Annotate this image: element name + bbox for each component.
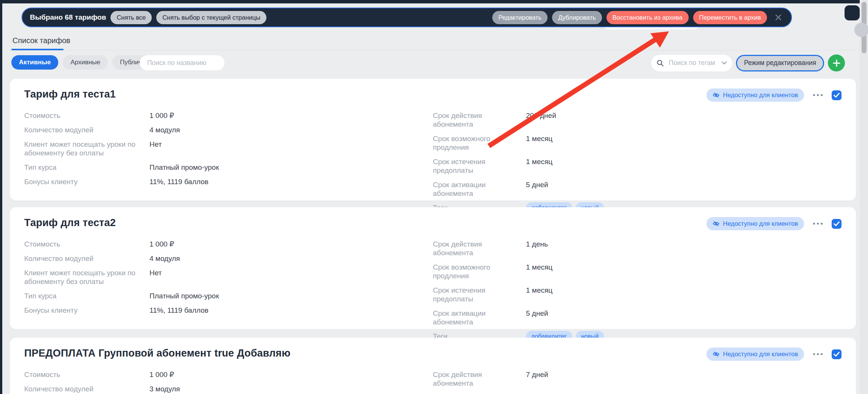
- field-row: Стоимость1 000 ₽: [24, 370, 433, 379]
- field-row: Срок действия абонемента7 дней: [433, 370, 842, 388]
- close-icon[interactable]: [773, 12, 784, 23]
- check-icon: [834, 221, 840, 226]
- background-dark-button: [845, 5, 860, 20]
- selection-toolbar: Выбрано 68 тарифов Снять все Снять выбор…: [22, 8, 792, 27]
- field-row: Количество модулей4 модуля: [24, 126, 433, 134]
- tariff-list-page: Выбрано 68 тарифов Снять все Снять выбор…: [0, 0, 868, 394]
- field-row: Клиент может посещать уроки по абонемент…: [24, 140, 433, 157]
- field-row: Срок истечения предоплаты1 месяц: [433, 157, 842, 175]
- eye-off-icon: [712, 220, 720, 227]
- field-row: Срок возможного продления1 месяц: [433, 263, 842, 280]
- field-row: Срок возможного продления1 месяц: [433, 134, 842, 152]
- eye-off-icon: [712, 92, 720, 99]
- field-row: Срок истечения предоплаты1 месяц: [433, 286, 842, 303]
- deselect-current-page-button[interactable]: Снять выбор с текущей страницы: [156, 11, 266, 24]
- tariff-title: ПРЕДОПЛАТА Групповой абонемент true Доба…: [24, 347, 291, 360]
- active-tab-underline: [11, 49, 64, 50]
- selection-count-label: Выбрано 68 тарифов: [30, 13, 106, 22]
- filter-archived[interactable]: Архивные: [63, 55, 108, 70]
- deselect-all-button[interactable]: Снять все: [110, 11, 152, 24]
- add-tariff-button[interactable]: [828, 54, 845, 71]
- card-menu-button[interactable]: [812, 221, 824, 226]
- tab-tariff-list[interactable]: Список тарифов: [12, 36, 70, 45]
- edit-mode-button[interactable]: Режим редактирования: [736, 55, 824, 71]
- search-by-tags-input[interactable]: [668, 59, 718, 67]
- search-by-name-input[interactable]: [140, 55, 224, 70]
- tariff-card: Тариф для теста1 Недоступно для клиентов…: [10, 79, 856, 200]
- field-row: Тип курсаПлатный промо-урок: [24, 163, 433, 172]
- check-icon: [834, 352, 840, 357]
- plus-icon: [832, 59, 841, 67]
- status-filter-group: Активные Архивные Публичные: [11, 55, 161, 70]
- field-row: Количество модулей4 модуля: [24, 254, 433, 263]
- restore-from-archive-button[interactable]: Восстановить из архива: [607, 11, 689, 24]
- unavailable-badge: Недоступно для клиентов: [706, 88, 804, 102]
- field-row: Бонусы клиенту11%, 1119 баллов: [24, 306, 433, 315]
- eye-off-icon: [712, 351, 720, 358]
- card-menu-button[interactable]: [812, 93, 824, 98]
- field-row: Срок активации абонемента5 дней: [433, 180, 842, 198]
- field-row: Срок действия абонемента200 дней: [433, 111, 842, 129]
- tariff-title: Тариф для теста1: [24, 88, 116, 101]
- unavailable-badge: Недоступно для клиентов: [706, 217, 804, 230]
- tariff-title: Тариф для теста2: [24, 216, 116, 229]
- field-row: Клиент может посещать уроки по абонемент…: [24, 268, 433, 286]
- field-row: Стоимость1 000 ₽: [24, 111, 433, 120]
- duplicate-selected-button[interactable]: Дублировать: [552, 11, 602, 24]
- card-checkbox[interactable]: [832, 349, 842, 359]
- tabbar-divider: [10, 50, 856, 50]
- edit-selected-button[interactable]: Редактировать: [492, 11, 548, 24]
- search-icon: [656, 59, 664, 67]
- card-checkbox[interactable]: [832, 219, 842, 229]
- tariff-card: Тариф для теста2 Недоступно для клиентов…: [10, 207, 856, 329]
- scrollbar-track: [860, 0, 868, 394]
- search-by-tags-field[interactable]: [651, 55, 732, 71]
- field-row: Тип курсаПлатный промо-урок: [24, 292, 433, 300]
- top-chrome-strip: [0, 0, 868, 3]
- filter-active[interactable]: Активные: [11, 55, 58, 70]
- card-menu-button[interactable]: [812, 352, 824, 357]
- unavailable-badge: Недоступно для клиентов: [706, 347, 804, 361]
- move-to-archive-button[interactable]: Переместить в архив: [693, 11, 767, 24]
- background-avatar: [854, 23, 868, 37]
- field-row: Бонусы клиенту11%, 1119 баллов: [24, 177, 433, 186]
- field-row: Срок действия абонемента1 день: [433, 240, 842, 257]
- chevron-down-icon[interactable]: [722, 61, 727, 65]
- tariff-card: ПРЕДОПЛАТА Групповой абонемент true Доба…: [10, 338, 856, 394]
- right-controls-group: Режим редактирования: [651, 54, 845, 71]
- field-row: Количество модулей3 модуля: [24, 385, 433, 393]
- card-checkbox[interactable]: [832, 90, 842, 100]
- left-chrome-strip: [0, 0, 2, 394]
- check-icon: [834, 93, 840, 98]
- field-row: Стоимость1 000 ₽: [24, 240, 433, 248]
- field-row: Срок активации абонемента5 дней: [433, 309, 842, 326]
